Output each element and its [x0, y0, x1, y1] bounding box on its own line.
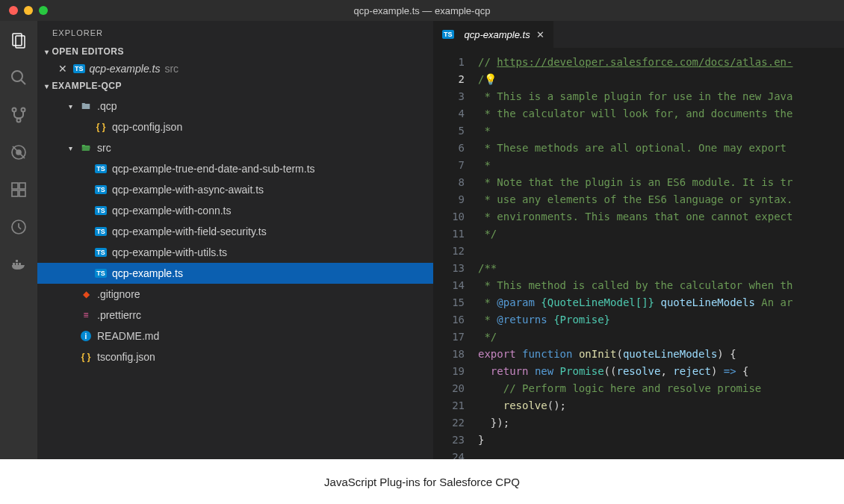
tree-item[interactable]: ▾src [37, 137, 433, 158]
open-editors-label: OPEN EDITORS [52, 46, 124, 57]
code-line: /** [478, 260, 844, 277]
extensions-icon[interactable] [8, 179, 29, 200]
line-number: 2 [433, 71, 465, 88]
window-controls [0, 6, 48, 15]
tree-item[interactable]: TSqcp-example-with-conn.ts [37, 200, 433, 221]
line-number: 7 [433, 157, 465, 174]
activity-bar [0, 21, 37, 459]
tab-name: qcp-example.ts [465, 29, 530, 40]
ts-icon: TS [94, 164, 108, 173]
tree-item[interactable]: TSqcp-example-with-async-await.ts [37, 179, 433, 200]
code-line: * [478, 157, 844, 174]
file-tree: ▾.qcp{ }qcp-config.json▾srcTSqcp-example… [37, 94, 433, 367]
tree-item[interactable]: TSqcp-example-with-field-security.ts [37, 221, 433, 242]
maximize-window-icon[interactable] [39, 6, 48, 15]
tree-item[interactable]: TSqcp-example.ts [37, 263, 433, 284]
json-icon: { } [94, 122, 108, 132]
caret-down-icon: ▾ [69, 144, 79, 152]
code-line: * [478, 122, 844, 140]
tree-item-label: README.md [97, 330, 159, 342]
tree-item[interactable]: { }qcp-config.json [37, 116, 433, 137]
docker-icon[interactable] [8, 254, 29, 275]
code-line [478, 449, 844, 459]
svg-rect-10 [19, 183, 25, 189]
minimize-window-icon[interactable] [24, 6, 33, 15]
line-number: 18 [433, 346, 465, 363]
tree-item-label: qcp-example-with-async-await.ts [112, 184, 264, 196]
tree-item-label: qcp-example.ts [112, 267, 183, 279]
caret-down-icon: ▾ [45, 48, 49, 56]
svg-point-8 [16, 150, 21, 155]
open-editor-name: qcp-example.ts [90, 63, 161, 75]
svg-point-5 [22, 108, 25, 112]
tree-item-label: qcp-example-true-end-date-and-sub-term.t… [112, 163, 315, 175]
tree-item[interactable]: ≡.prettierrc [37, 305, 433, 326]
line-number: 13 [433, 260, 465, 277]
ts-icon: TS [94, 206, 108, 215]
tab-bar: TS qcp-example.ts ✕ [433, 21, 844, 48]
salesforce-icon[interactable] [8, 217, 29, 237]
code-line: */ [478, 225, 844, 243]
code-line: } [478, 432, 844, 449]
tree-item-label: qcp-config.json [112, 121, 182, 133]
explorer-icon[interactable] [8, 30, 29, 51]
tree-item-label: qcp-example-with-utils.ts [112, 246, 227, 258]
code-line: resolve(); [478, 397, 844, 414]
line-number: 12 [433, 243, 465, 260]
code-line: * These methods are all optional. One ma… [478, 140, 844, 157]
svg-rect-16 [19, 263, 21, 265]
line-number: 23 [433, 432, 465, 449]
code-line: }); [478, 414, 844, 432]
ts-icon: TS [442, 30, 454, 39]
svg-rect-11 [12, 190, 18, 196]
tree-item[interactable]: { }tsconfig.json [37, 346, 433, 367]
line-number: 19 [433, 363, 465, 380]
code-line [478, 243, 844, 260]
line-number: 16 [433, 311, 465, 329]
code-content[interactable]: // https://developer.salesforce.com/docs… [472, 48, 844, 459]
debug-icon[interactable] [8, 142, 29, 163]
window-title: qcp-example.ts — example-qcp [354, 5, 491, 16]
tree-item-label: .prettierrc [97, 309, 141, 321]
close-window-icon[interactable] [9, 6, 18, 15]
tree-item-label: tsconfig.json [97, 351, 155, 363]
line-number: 8 [433, 174, 465, 191]
tree-item[interactable]: ◆.gitignore [37, 284, 433, 305]
tree-item-label: qcp-example-with-field-security.ts [112, 225, 267, 237]
svg-rect-14 [13, 263, 15, 265]
search-icon[interactable] [8, 67, 29, 88]
workspace-header[interactable]: ▾ EXAMPLE-QCP [37, 78, 433, 94]
info-icon: i [79, 331, 93, 341]
code-line: /💡 [478, 71, 844, 88]
svg-line-3 [21, 80, 25, 84]
line-number: 10 [433, 208, 465, 225]
ts-icon: TS [73, 64, 85, 73]
line-number: 5 [433, 122, 465, 140]
line-number: 1 [433, 54, 465, 71]
svg-point-2 [12, 71, 22, 81]
caption: JavaScript Plug-ins for Salesforce CPQ [0, 459, 844, 504]
tree-item[interactable]: TSqcp-example-true-end-date-and-sub-term… [37, 158, 433, 179]
editor-tab[interactable]: TS qcp-example.ts ✕ [433, 21, 553, 48]
svg-rect-15 [16, 263, 18, 265]
vscode-window: qcp-example.ts — example-qcp [0, 0, 844, 459]
workspace-label: EXAMPLE-QCP [52, 81, 122, 91]
open-editors-header[interactable]: ▾ OPEN EDITORS [37, 43, 433, 60]
titlebar: qcp-example.ts — example-qcp [0, 0, 844, 21]
line-number: 21 [433, 397, 465, 414]
code-area[interactable]: 123456789101112131415161718192021222324 … [433, 48, 844, 459]
tree-item-label: src [97, 142, 111, 154]
open-editor-item[interactable]: ✕ TS qcp-example.ts src [37, 60, 433, 78]
source-control-icon[interactable] [8, 105, 29, 125]
line-number-gutter: 123456789101112131415161718192021222324 [433, 48, 472, 459]
tree-item[interactable]: TSqcp-example-with-utils.ts [37, 242, 433, 263]
git-icon: ◆ [79, 289, 93, 299]
caret-down-icon: ▾ [69, 102, 79, 111]
tree-item-label: .qcp [97, 100, 117, 112]
code-line: * @param {QuoteLineModel[]} quoteLineMod… [478, 294, 844, 311]
close-icon[interactable]: ✕ [536, 29, 544, 40]
tree-item[interactable]: ▾.qcp [37, 96, 433, 116]
tree-item[interactable]: iREADME.md [37, 326, 433, 346]
close-icon[interactable]: ✕ [58, 63, 67, 75]
svg-rect-12 [19, 190, 25, 196]
